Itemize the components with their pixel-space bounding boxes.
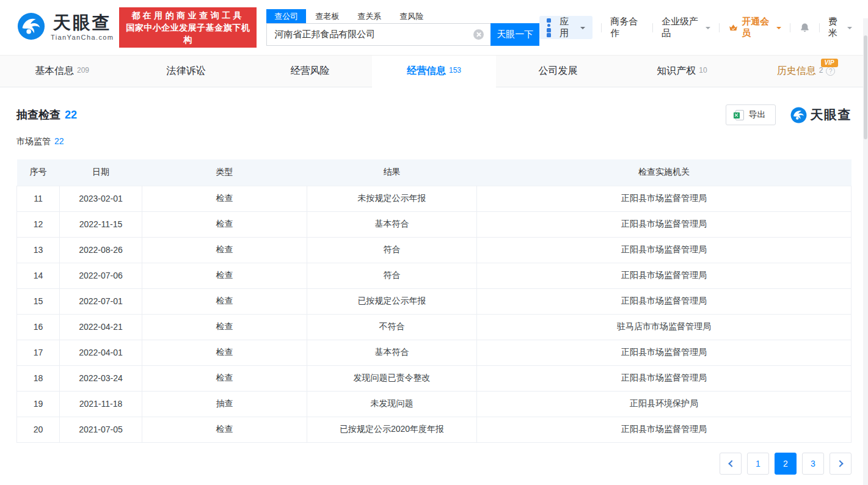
- slogan-line1: 都在用的商业查询工具: [125, 9, 250, 21]
- cell-seq: 18: [17, 365, 60, 391]
- cell-agency: 正阳县市场监督管理局: [477, 211, 852, 237]
- help-icon[interactable]: ?: [826, 67, 835, 76]
- page: 天眼查 TianYanCha.com 都在用的商业查询工具 国家中小企业发展子基…: [0, 0, 868, 485]
- cell-result: 符合: [307, 237, 477, 263]
- next-page-button[interactable]: [830, 453, 852, 475]
- search-tab-relation[interactable]: 查关系: [356, 9, 382, 23]
- col-header-seq: 序号: [17, 159, 60, 186]
- cell-result: 已按规定公示年报: [307, 288, 477, 314]
- divider: [601, 23, 602, 32]
- table-row: 11 2023-02-01 检查 未按规定公示年报 正阳县市场监督管理局: [17, 186, 852, 211]
- cell-seq: 12: [17, 211, 60, 237]
- table-row: 17 2022-04-01 检查 基本符合 正阳县市场监督管理局: [17, 340, 852, 365]
- tab-business-info[interactable]: 经营信息 153: [372, 56, 496, 87]
- cell-type: 检查: [142, 211, 307, 237]
- scrollbar-thumb[interactable]: [864, 35, 867, 139]
- main-content: 抽查检查22 导出 天眼查: [0, 104, 868, 475]
- cell-result: 基本符合: [307, 211, 477, 237]
- nav-open-vip[interactable]: 开通会员: [728, 16, 781, 39]
- page-button-3[interactable]: 3: [802, 453, 824, 475]
- cell-type: 检查: [142, 263, 307, 288]
- chevron-right-icon: [836, 460, 843, 467]
- cell-seq: 20: [17, 417, 60, 442]
- cell-result: 未发现问题: [307, 391, 477, 417]
- section-count: 22: [65, 109, 77, 121]
- top-nav: 应用 商务合作 企业级产品 开通会员: [539, 16, 852, 39]
- table-row: 13 2022-08-26 检查 符合 正阳县市场监督管理局: [17, 237, 852, 263]
- tab-business-risk[interactable]: 经营风险: [248, 56, 372, 87]
- tab-history-info[interactable]: VIP 历史信息 2 ?: [744, 56, 868, 87]
- apps-label: 应用: [560, 16, 575, 39]
- cell-agency: 正阳县市场监督管理局: [477, 340, 852, 365]
- search-tab-boss[interactable]: 查老板: [314, 9, 340, 23]
- cell-type: 抽查: [142, 391, 307, 417]
- chevron-down-icon: [776, 27, 781, 32]
- cell-result: 发现问题已责令整改: [307, 365, 477, 391]
- cell-type: 检查: [142, 186, 307, 211]
- section-title: 抽查检查22: [16, 108, 77, 122]
- inspection-table: 序号 日期 类型 结果 检查实施机关 11 2023-02-01 检查 未按规定…: [16, 159, 852, 443]
- table-row: 14 2022-07-06 检查 符合 正阳县市场监督管理局: [17, 263, 852, 288]
- table-row: 18 2022-03-24 检查 发现问题已责令整改 正阳县市场监督管理局: [17, 365, 852, 391]
- cell-seq: 14: [17, 263, 60, 288]
- export-label: 导出: [749, 109, 766, 120]
- divider: [819, 23, 820, 32]
- chevron-down-icon: [706, 27, 710, 32]
- prev-page-button[interactable]: [720, 453, 742, 475]
- table-row: 20 2021-07-05 检查 已按规定公示2020年度年报 正阳县市场监督管…: [17, 417, 852, 442]
- search-tab-risk[interactable]: 查风险: [398, 9, 425, 23]
- section-header: 抽查检查22 导出 天眼查: [16, 104, 852, 126]
- scrollbar[interactable]: [863, 18, 868, 485]
- notification-bell-icon[interactable]: [799, 22, 811, 34]
- tianyancha-watermark-icon: [790, 107, 807, 123]
- col-header-result: 结果: [307, 159, 477, 186]
- table-row: 16 2022-04-21 检查 不符合 驻马店市市场监督管理局: [17, 314, 852, 340]
- cell-type: 检查: [142, 417, 307, 442]
- col-header-date: 日期: [60, 159, 142, 186]
- cell-seq: 19: [17, 391, 60, 417]
- cell-agency: 正阳县市场监督管理局: [477, 237, 852, 263]
- tab-basic-info[interactable]: 基本信息 209: [0, 56, 124, 87]
- search-tab-company[interactable]: 查公司: [266, 9, 306, 23]
- tab-legal-litigation[interactable]: 法律诉讼: [124, 56, 248, 87]
- tianyancha-logo[interactable]: 天眼查 TianYanCha.com: [17, 12, 114, 43]
- cell-agency: 正阳县市场监督管理局: [477, 288, 852, 314]
- cell-date: 2021-11-18: [60, 391, 142, 417]
- search-tabs: 查公司 查老板 查关系 查风险: [266, 9, 539, 23]
- cell-date: 2022-08-26: [60, 237, 142, 263]
- nav-enterprise[interactable]: 企业级产品: [662, 16, 710, 39]
- divider: [790, 23, 790, 32]
- cell-type: 检查: [142, 237, 307, 263]
- tab-intellectual-property[interactable]: 知识产权 10: [620, 56, 744, 87]
- logo-text: 天眼查: [53, 14, 112, 32]
- search-button[interactable]: 天眼一下: [491, 23, 539, 46]
- apps-menu[interactable]: 应用: [539, 16, 593, 39]
- user-menu[interactable]: 费米: [828, 16, 852, 39]
- tianyancha-logo-icon: [17, 12, 45, 43]
- tianyancha-watermark: 天眼查: [790, 106, 852, 123]
- search-input[interactable]: [266, 23, 491, 46]
- cell-date: 2023-02-01: [60, 186, 142, 211]
- cell-agency: 正阳县市场监督管理局: [477, 186, 852, 211]
- cell-result: 已按规定公示2020年度年报: [307, 417, 477, 442]
- export-button[interactable]: 导出: [726, 104, 776, 125]
- chevron-down-icon: [847, 27, 852, 32]
- chevron-down-icon: [580, 27, 585, 32]
- cell-type: 检查: [142, 314, 307, 340]
- table-row: 15 2022-07-01 检查 已按规定公示年报 正阳县市场监督管理局: [17, 288, 852, 314]
- cell-seq: 13: [17, 237, 60, 263]
- tab-company-development[interactable]: 公司发展: [496, 56, 620, 87]
- page-button-1[interactable]: 1: [747, 453, 769, 475]
- apps-grid-icon: [547, 23, 555, 32]
- table-header-row: 序号 日期 类型 结果 检查实施机关: [17, 159, 852, 186]
- cell-date: 2021-07-05: [60, 417, 142, 442]
- cell-date: 2022-04-01: [60, 340, 142, 365]
- crown-icon: [728, 23, 739, 33]
- page-button-2[interactable]: 2: [775, 453, 797, 475]
- username: 费米: [828, 16, 844, 39]
- logo-domain: TianYanCha.com: [51, 34, 114, 41]
- col-header-agency: 检查实施机关: [477, 159, 852, 186]
- nav-cooperation[interactable]: 商务合作: [610, 16, 644, 39]
- cell-seq: 15: [17, 288, 60, 314]
- cell-result: 不符合: [307, 314, 477, 340]
